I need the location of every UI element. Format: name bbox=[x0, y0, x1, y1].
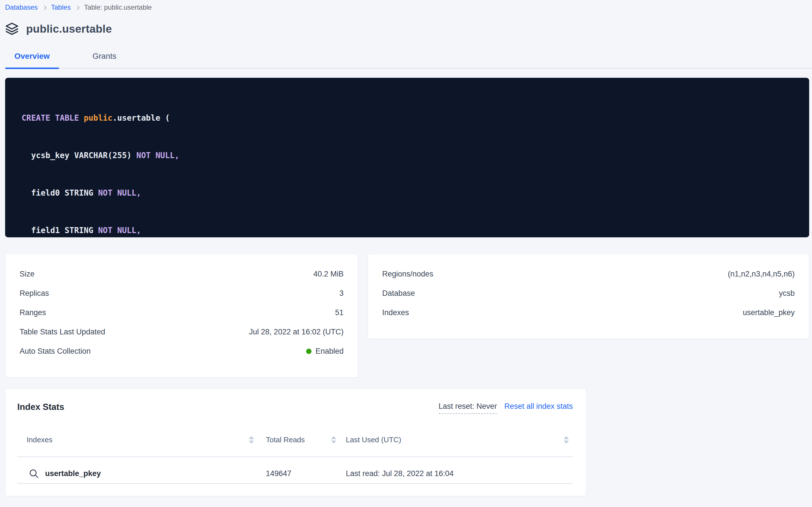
index-stats-title: Index Stats bbox=[17, 402, 64, 412]
detail-label: Indexes bbox=[382, 308, 409, 317]
detail-value: usertable_pkey bbox=[743, 308, 795, 317]
sql-line: CREATE TABLE public.usertable ( bbox=[21, 112, 804, 124]
sort-icon[interactable] bbox=[249, 436, 254, 444]
last-reset-label: Last reset: Never bbox=[439, 402, 497, 414]
sort-icon[interactable] bbox=[331, 436, 336, 444]
table-details-card: Size 40.2 MiB Replicas 3 Ranges 51 Table… bbox=[5, 254, 358, 378]
page-header: public.usertable bbox=[5, 22, 809, 36]
detail-label: Database bbox=[382, 289, 415, 298]
page-title: public.usertable bbox=[26, 23, 112, 35]
detail-row-replicas: Replicas 3 bbox=[19, 289, 343, 297]
index-table-row: usertable_pkey 149647 Last read: Jul 28,… bbox=[17, 457, 573, 468]
status-dot-enabled bbox=[306, 349, 312, 354]
detail-row-database: Database ycsb bbox=[382, 289, 795, 297]
detail-row-size: Size 40.2 MiB bbox=[19, 270, 343, 278]
breadcrumb-databases[interactable]: Databases bbox=[5, 3, 38, 11]
column-header-indexes[interactable]: Indexes bbox=[17, 436, 256, 444]
chevron-right-icon bbox=[42, 5, 47, 10]
column-header-last-used[interactable]: Last Used (UTC) bbox=[338, 436, 573, 444]
detail-label: Replicas bbox=[19, 289, 49, 298]
table-row-divider bbox=[17, 483, 573, 484]
last-used-cell: Last read: Jul 28, 2022 at 16:04 bbox=[338, 469, 573, 478]
column-header-total-reads[interactable]: Total Reads bbox=[256, 436, 338, 444]
tab-grants[interactable]: Grants bbox=[92, 52, 116, 61]
detail-label: Size bbox=[19, 270, 35, 278]
index-table-header: Indexes Total Reads Last Used (UTC) bbox=[17, 436, 573, 444]
detail-value: 3 bbox=[339, 289, 343, 298]
table-location-card: Regions/nodes (n1,n2,n3,n4,n5,n6) Databa… bbox=[368, 254, 809, 339]
search-icon bbox=[29, 468, 39, 478]
chevron-right-icon bbox=[75, 5, 80, 10]
detail-row-indexes: Indexes usertable_pkey bbox=[382, 308, 795, 317]
detail-label: Auto Stats Collection bbox=[19, 347, 91, 356]
sql-line: field1 STRING NOT NULL, bbox=[21, 224, 804, 237]
detail-label: Ranges bbox=[19, 308, 46, 317]
reset-all-index-stats-link[interactable]: Reset all index stats bbox=[504, 402, 573, 411]
detail-value: 40.2 MiB bbox=[313, 270, 343, 278]
db-console-table-page: Databases Tables Table: public.usertable… bbox=[0, 0, 812, 507]
detail-row-stats-updated: Table Stats Last Updated Jul 28, 2022 at… bbox=[19, 328, 343, 336]
breadcrumb-current: Table: public.usertable bbox=[84, 3, 152, 11]
sql-line: ycsb_key VARCHAR(255) NOT NULL, bbox=[21, 149, 804, 162]
tab-bar: Overview Grants bbox=[5, 52, 809, 69]
detail-label: Regions/nodes bbox=[382, 270, 433, 278]
create-table-statement: CREATE TABLE public.usertable ( ycsb_key… bbox=[5, 78, 809, 237]
detail-row-ranges: Ranges 51 bbox=[19, 308, 343, 317]
index-stats-card: Index Stats Last reset: Never Reset all … bbox=[5, 389, 586, 496]
detail-row-auto-stats: Auto Stats Collection Enabled bbox=[19, 347, 343, 355]
detail-value: (n1,n2,n3,n4,n5,n6) bbox=[728, 270, 795, 278]
breadcrumb: Databases Tables Table: public.usertable bbox=[5, 2, 809, 11]
breadcrumb-tables[interactable]: Tables bbox=[51, 3, 71, 11]
layers-icon bbox=[5, 22, 19, 36]
detail-value: Jul 28, 2022 at 16:02 (UTC) bbox=[249, 328, 343, 336]
total-reads-cell: 149647 bbox=[256, 469, 338, 478]
active-tab-indicator bbox=[5, 67, 59, 69]
tab-overview[interactable]: Overview bbox=[5, 52, 59, 61]
index-name-cell[interactable]: usertable_pkey bbox=[17, 468, 256, 478]
detail-value: ycsb bbox=[779, 289, 795, 298]
sort-icon[interactable] bbox=[564, 436, 569, 444]
detail-value: Enabled bbox=[306, 347, 343, 356]
sql-line: field0 STRING NOT NULL, bbox=[21, 187, 804, 199]
detail-row-regions: Regions/nodes (n1,n2,n3,n4,n5,n6) bbox=[382, 270, 795, 278]
tab-divider bbox=[5, 68, 812, 69]
detail-label: Table Stats Last Updated bbox=[19, 328, 105, 336]
detail-value: 51 bbox=[335, 308, 343, 317]
